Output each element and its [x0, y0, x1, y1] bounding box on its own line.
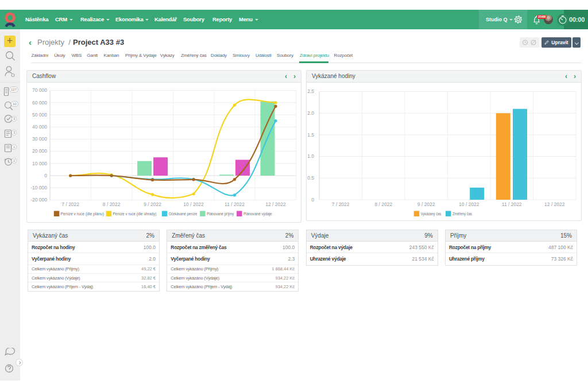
- svg-text:12 / 2022: 12 / 2022: [265, 201, 286, 207]
- svg-text:10 / 2022: 10 / 2022: [459, 201, 479, 207]
- svg-text:1.0: 1.0: [307, 153, 314, 159]
- svg-text:8 / 2022: 8 / 2022: [374, 201, 392, 207]
- svg-text:Peníze v ruce (dle úhrady): Peníze v ruce (dle úhrady): [113, 211, 157, 216]
- svg-text:2.5: 2.5: [307, 88, 314, 94]
- svg-text:60 000: 60 000: [32, 100, 47, 106]
- svg-text:Plánované výdaje: Plánované výdaje: [243, 211, 272, 216]
- svg-text:10 / 2022: 10 / 2022: [183, 201, 204, 207]
- svg-text:20 000: 20 000: [32, 148, 47, 154]
- svg-text:40 000: 40 000: [32, 124, 47, 130]
- svg-text:9 / 2022: 9 / 2022: [144, 201, 161, 207]
- svg-text:50 000: 50 000: [32, 112, 47, 118]
- svg-text:-10 000: -10 000: [30, 185, 47, 191]
- svg-text:0: 0: [311, 197, 314, 203]
- svg-text:2.0: 2.0: [307, 110, 314, 116]
- svg-text:0.5: 0.5: [307, 175, 314, 181]
- svg-text:10 000: 10 000: [32, 161, 47, 166]
- svg-text:12 / 2022: 12 / 2022: [544, 201, 565, 207]
- svg-text:8 / 2022: 8 / 2022: [103, 201, 121, 207]
- svg-text:Plánované příjmy: Plánované příjmy: [207, 211, 234, 216]
- svg-text:1.5: 1.5: [307, 132, 314, 138]
- svg-text:30 000: 30 000: [32, 136, 47, 142]
- svg-text:70 000: 70 000: [32, 87, 47, 93]
- svg-text:11 / 2022: 11 / 2022: [502, 201, 522, 207]
- svg-text:Vykázaný čas: Vykázaný čas: [421, 211, 442, 216]
- svg-text:Změřený čas: Změřený čas: [452, 211, 472, 216]
- svg-text:Očekávané peníze: Očekávané peníze: [169, 211, 198, 216]
- svg-text:11 / 2022: 11 / 2022: [225, 201, 245, 207]
- svg-text:0: 0: [44, 173, 47, 178]
- svg-text:9 / 2022: 9 / 2022: [417, 201, 435, 207]
- svg-text:7 / 2022: 7 / 2022: [61, 201, 79, 207]
- svg-text:-20 000: -20 000: [30, 197, 47, 203]
- svg-text:Peníze v ruce (dle plánu): Peníze v ruce (dle plánu): [61, 211, 105, 216]
- svg-text:7 / 2022: 7 / 2022: [332, 201, 350, 207]
